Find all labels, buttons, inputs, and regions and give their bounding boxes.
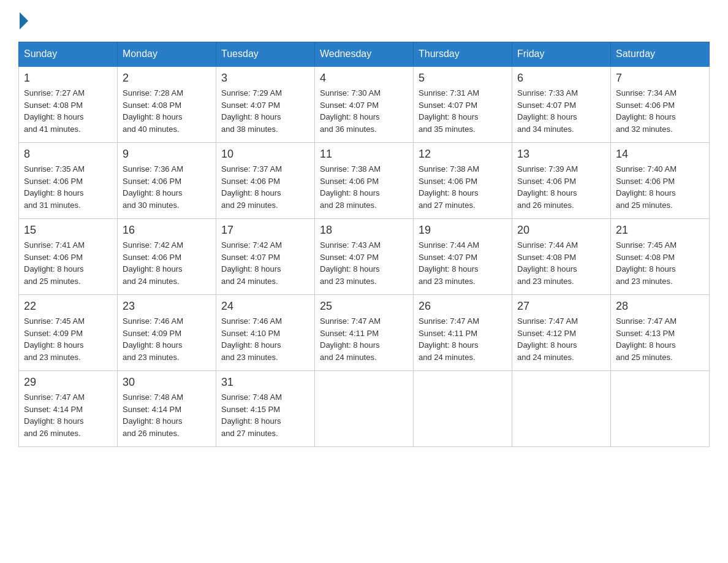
- calendar-day-cell: [414, 371, 512, 447]
- calendar-day-cell: 1 Sunrise: 7:27 AM Sunset: 4:08 PM Dayli…: [19, 66, 118, 143]
- day-info: Sunrise: 7:47 AM Sunset: 4:11 PM Dayligh…: [320, 315, 408, 363]
- day-number: 16: [123, 224, 211, 237]
- calendar-day-cell: 7 Sunrise: 7:34 AM Sunset: 4:06 PM Dayli…: [611, 66, 710, 143]
- day-number: 28: [616, 300, 704, 313]
- day-info: Sunrise: 7:46 AM Sunset: 4:09 PM Dayligh…: [123, 315, 211, 363]
- day-number: 12: [419, 148, 507, 161]
- day-number: 29: [24, 376, 112, 389]
- day-number: 26: [419, 300, 507, 313]
- calendar-day-cell: 14 Sunrise: 7:40 AM Sunset: 4:06 PM Dayl…: [611, 143, 710, 219]
- day-info: Sunrise: 7:47 AM Sunset: 4:14 PM Dayligh…: [24, 391, 112, 439]
- day-number: 9: [123, 148, 211, 161]
- day-number: 21: [616, 224, 704, 237]
- day-number: 19: [419, 224, 507, 237]
- calendar-day-cell: [611, 371, 710, 447]
- weekday-header-saturday: Saturday: [611, 42, 710, 67]
- calendar-day-cell: 31 Sunrise: 7:48 AM Sunset: 4:15 PM Dayl…: [216, 371, 315, 447]
- day-number: 17: [221, 224, 309, 237]
- day-number: 31: [221, 376, 309, 389]
- day-info: Sunrise: 7:44 AM Sunset: 4:07 PM Dayligh…: [419, 239, 507, 287]
- day-number: 8: [24, 148, 112, 161]
- weekday-header-monday: Monday: [118, 42, 216, 67]
- day-number: 22: [24, 300, 112, 313]
- weekday-header-sunday: Sunday: [19, 42, 118, 67]
- day-info: Sunrise: 7:47 AM Sunset: 4:11 PM Dayligh…: [419, 315, 507, 363]
- day-number: 2: [123, 72, 211, 85]
- calendar-day-cell: 4 Sunrise: 7:30 AM Sunset: 4:07 PM Dayli…: [315, 66, 414, 143]
- calendar-day-cell: 28 Sunrise: 7:47 AM Sunset: 4:13 PM Dayl…: [611, 295, 710, 371]
- calendar-day-cell: 18 Sunrise: 7:43 AM Sunset: 4:07 PM Dayl…: [315, 219, 414, 295]
- page-header: [18, 12, 710, 29]
- calendar-day-cell: 6 Sunrise: 7:33 AM Sunset: 4:07 PM Dayli…: [512, 66, 611, 143]
- calendar-week-row: 8 Sunrise: 7:35 AM Sunset: 4:06 PM Dayli…: [19, 143, 710, 219]
- day-number: 3: [221, 72, 309, 85]
- calendar-week-row: 22 Sunrise: 7:45 AM Sunset: 4:09 PM Dayl…: [19, 295, 710, 371]
- calendar-day-cell: 21 Sunrise: 7:45 AM Sunset: 4:08 PM Dayl…: [611, 219, 710, 295]
- day-number: 20: [517, 224, 605, 237]
- day-number: 27: [517, 300, 605, 313]
- day-number: 5: [419, 72, 507, 85]
- day-info: Sunrise: 7:48 AM Sunset: 4:15 PM Dayligh…: [221, 391, 309, 439]
- calendar-week-row: 15 Sunrise: 7:41 AM Sunset: 4:06 PM Dayl…: [19, 219, 710, 295]
- day-info: Sunrise: 7:47 AM Sunset: 4:12 PM Dayligh…: [517, 315, 605, 363]
- calendar-week-row: 1 Sunrise: 7:27 AM Sunset: 4:08 PM Dayli…: [19, 66, 710, 143]
- weekday-header-friday: Friday: [512, 42, 611, 67]
- day-info: Sunrise: 7:31 AM Sunset: 4:07 PM Dayligh…: [419, 87, 507, 135]
- calendar-day-cell: 19 Sunrise: 7:44 AM Sunset: 4:07 PM Dayl…: [414, 219, 512, 295]
- calendar-day-cell: [315, 371, 414, 447]
- day-number: 30: [123, 376, 211, 389]
- day-info: Sunrise: 7:47 AM Sunset: 4:13 PM Dayligh…: [616, 315, 704, 363]
- day-number: 7: [616, 72, 704, 85]
- calendar-day-cell: 25 Sunrise: 7:47 AM Sunset: 4:11 PM Dayl…: [315, 295, 414, 371]
- calendar-day-cell: 29 Sunrise: 7:47 AM Sunset: 4:14 PM Dayl…: [19, 371, 118, 447]
- day-number: 6: [517, 72, 605, 85]
- calendar-day-cell: 5 Sunrise: 7:31 AM Sunset: 4:07 PM Dayli…: [414, 66, 512, 143]
- calendar-day-cell: 12 Sunrise: 7:38 AM Sunset: 4:06 PM Dayl…: [414, 143, 512, 219]
- day-info: Sunrise: 7:43 AM Sunset: 4:07 PM Dayligh…: [320, 239, 408, 287]
- day-number: 25: [320, 300, 408, 313]
- day-info: Sunrise: 7:42 AM Sunset: 4:06 PM Dayligh…: [123, 239, 211, 287]
- weekday-header-row: SundayMondayTuesdayWednesdayThursdayFrid…: [19, 42, 710, 67]
- calendar-day-cell: 10 Sunrise: 7:37 AM Sunset: 4:06 PM Dayl…: [216, 143, 315, 219]
- day-number: 14: [616, 148, 704, 161]
- calendar-day-cell: 15 Sunrise: 7:41 AM Sunset: 4:06 PM Dayl…: [19, 219, 118, 295]
- day-info: Sunrise: 7:37 AM Sunset: 4:06 PM Dayligh…: [221, 163, 309, 211]
- day-info: Sunrise: 7:44 AM Sunset: 4:08 PM Dayligh…: [517, 239, 605, 287]
- calendar-day-cell: 3 Sunrise: 7:29 AM Sunset: 4:07 PM Dayli…: [216, 66, 315, 143]
- calendar-day-cell: 16 Sunrise: 7:42 AM Sunset: 4:06 PM Dayl…: [118, 219, 216, 295]
- day-info: Sunrise: 7:41 AM Sunset: 4:06 PM Dayligh…: [24, 239, 112, 287]
- calendar-day-cell: 24 Sunrise: 7:46 AM Sunset: 4:10 PM Dayl…: [216, 295, 315, 371]
- day-number: 15: [24, 224, 112, 237]
- day-info: Sunrise: 7:30 AM Sunset: 4:07 PM Dayligh…: [320, 87, 408, 135]
- calendar-day-cell: 22 Sunrise: 7:45 AM Sunset: 4:09 PM Dayl…: [19, 295, 118, 371]
- day-number: 4: [320, 72, 408, 85]
- day-info: Sunrise: 7:48 AM Sunset: 4:14 PM Dayligh…: [123, 391, 211, 439]
- calendar-day-cell: 2 Sunrise: 7:28 AM Sunset: 4:08 PM Dayli…: [118, 66, 216, 143]
- day-info: Sunrise: 7:35 AM Sunset: 4:06 PM Dayligh…: [24, 163, 112, 211]
- day-info: Sunrise: 7:45 AM Sunset: 4:08 PM Dayligh…: [616, 239, 704, 287]
- day-info: Sunrise: 7:38 AM Sunset: 4:06 PM Dayligh…: [320, 163, 408, 211]
- calendar-day-cell: 20 Sunrise: 7:44 AM Sunset: 4:08 PM Dayl…: [512, 219, 611, 295]
- day-number: 11: [320, 148, 408, 161]
- calendar-day-cell: [512, 371, 611, 447]
- day-info: Sunrise: 7:42 AM Sunset: 4:07 PM Dayligh…: [221, 239, 309, 287]
- day-info: Sunrise: 7:39 AM Sunset: 4:06 PM Dayligh…: [517, 163, 605, 211]
- day-info: Sunrise: 7:33 AM Sunset: 4:07 PM Dayligh…: [517, 87, 605, 135]
- calendar-day-cell: 23 Sunrise: 7:46 AM Sunset: 4:09 PM Dayl…: [118, 295, 216, 371]
- calendar-day-cell: 27 Sunrise: 7:47 AM Sunset: 4:12 PM Dayl…: [512, 295, 611, 371]
- calendar-day-cell: 26 Sunrise: 7:47 AM Sunset: 4:11 PM Dayl…: [414, 295, 512, 371]
- calendar-day-cell: 9 Sunrise: 7:36 AM Sunset: 4:06 PM Dayli…: [118, 143, 216, 219]
- day-number: 13: [517, 148, 605, 161]
- day-info: Sunrise: 7:38 AM Sunset: 4:06 PM Dayligh…: [419, 163, 507, 211]
- day-number: 1: [24, 72, 112, 85]
- day-info: Sunrise: 7:40 AM Sunset: 4:06 PM Dayligh…: [616, 163, 704, 211]
- calendar-day-cell: 30 Sunrise: 7:48 AM Sunset: 4:14 PM Dayl…: [118, 371, 216, 447]
- day-info: Sunrise: 7:28 AM Sunset: 4:08 PM Dayligh…: [123, 87, 211, 135]
- calendar-day-cell: 13 Sunrise: 7:39 AM Sunset: 4:06 PM Dayl…: [512, 143, 611, 219]
- day-number: 23: [123, 300, 211, 313]
- day-info: Sunrise: 7:36 AM Sunset: 4:06 PM Dayligh…: [123, 163, 211, 211]
- day-info: Sunrise: 7:45 AM Sunset: 4:09 PM Dayligh…: [24, 315, 112, 363]
- calendar-table: SundayMondayTuesdayWednesdayThursdayFrid…: [18, 42, 710, 447]
- day-info: Sunrise: 7:27 AM Sunset: 4:08 PM Dayligh…: [24, 87, 112, 135]
- day-number: 10: [221, 148, 309, 161]
